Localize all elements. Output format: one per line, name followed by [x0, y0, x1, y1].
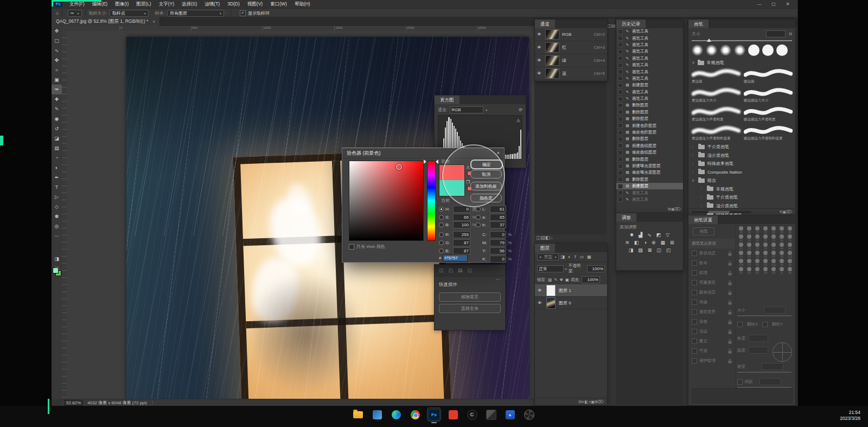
menu-item[interactable]: 选择(S) — [178, 0, 201, 8]
menu-item[interactable]: 文字(Y) — [155, 0, 178, 8]
adjustments-tab[interactable]: 调整 — [616, 213, 636, 222]
brush-folder-row[interactable]: 〉 干介质画笔 — [688, 193, 795, 202]
layers-bottom-icon[interactable]: ⌦ — [598, 399, 604, 404]
zoom-level[interactable]: 52.82% — [64, 400, 83, 406]
lock-icon[interactable] — [728, 290, 732, 295]
lock-icon[interactable]: ▨ — [548, 277, 552, 282]
history-entry[interactable]: ▤ 删除图层 — [616, 116, 683, 122]
tool-button[interactable]: ∿ — [52, 46, 62, 55]
brush-size-value[interactable] — [766, 30, 786, 37]
tool-button[interactable]: ✤ — [52, 55, 62, 65]
history-entry[interactable]: ▤ 修改曝光度图层 — [616, 169, 683, 176]
more-tools-button[interactable]: ⋯ — [52, 231, 62, 241]
roundness-value[interactable] — [749, 347, 768, 354]
expand-arrow-icon[interactable]: 〉 — [700, 186, 704, 192]
history-entry[interactable]: ✎ 画笔工具 — [616, 89, 683, 95]
history-source-well[interactable] — [618, 76, 623, 81]
history-source-well[interactable] — [618, 83, 623, 88]
dock-icon[interactable]: ◧ — [545, 235, 550, 240]
spacing-value[interactable] — [760, 378, 781, 385]
brush-folder-row[interactable]: 〉 湿介质画笔 — [688, 151, 795, 160]
tool-button[interactable]: ▢ — [52, 36, 62, 46]
history-entry[interactable]: ▤ 删除图层 — [616, 156, 683, 162]
field-input[interactable]: 79 — [490, 239, 506, 246]
adjustment-icon[interactable]: ◩ — [656, 232, 661, 238]
adjustment-icon[interactable]: ◧ — [634, 240, 639, 245]
option-checkbox[interactable] — [692, 290, 697, 295]
tool-button[interactable]: ▣ — [52, 75, 62, 85]
adjustment-icon[interactable]: ⊞ — [670, 240, 674, 245]
spacing-checkbox[interactable] — [737, 379, 743, 385]
lock-icon[interactable] — [728, 359, 732, 364]
expand-arrow-icon[interactable]: 〉 — [692, 161, 695, 167]
option-checkbox[interactable] — [692, 260, 697, 266]
brush-option-row[interactable]: 纹理 — [688, 268, 735, 278]
tip-size-slider[interactable] — [737, 315, 792, 316]
tool-button[interactable]: ⌗ — [52, 65, 62, 75]
dialog-close-icon[interactable]: × — [497, 150, 500, 156]
option-checkbox[interactable] — [692, 280, 697, 285]
brush-option-row[interactable]: 传递 — [688, 297, 735, 307]
history-source-well[interactable] — [618, 150, 623, 155]
layers-tab[interactable]: 图层 — [535, 244, 555, 252]
brush-tip[interactable]: 36 — [786, 259, 794, 266]
history-source-well[interactable] — [618, 190, 623, 195]
field-radio[interactable] — [476, 222, 481, 227]
menu-item[interactable]: 窗口(W) — [266, 0, 291, 8]
brush-tip[interactable]: 95 — [754, 259, 761, 266]
saturation-brightness-field[interactable] — [349, 161, 424, 241]
brush-tip[interactable]: 50 — [754, 234, 761, 242]
brush-option-row[interactable]: 湿边 — [688, 327, 735, 336]
history-source-well[interactable] — [618, 170, 623, 175]
lock-icon[interactable]: ✥ — [559, 277, 563, 282]
color-libraries-button[interactable]: 颜色库 — [470, 194, 502, 202]
layer-filter-icon[interactable]: ◨ — [561, 254, 565, 259]
history-entry[interactable]: ▤ 删除图层 — [616, 102, 683, 109]
field-radio[interactable] — [439, 248, 444, 253]
adjustment-icon[interactable]: ≋ — [625, 240, 629, 245]
history-entry[interactable]: ▤ 删除图层 — [616, 136, 683, 142]
taskbar-app-icon[interactable] — [409, 408, 422, 421]
channel-row[interactable]: 👁 绿 Ctrl+4 — [535, 54, 607, 67]
history-source-well[interactable] — [618, 164, 623, 169]
brush-size-slider[interactable] — [692, 40, 792, 41]
history-source-well[interactable] — [618, 157, 623, 162]
tab-close-icon[interactable]: × — [152, 19, 155, 24]
taskbar-app-icon[interactable] — [446, 408, 459, 421]
adjustment-icon[interactable]: ∿ — [647, 232, 652, 238]
expand-arrow-icon[interactable]: 〉 — [692, 144, 695, 150]
gamut-warning-icon[interactable]: ⚠ — [466, 165, 470, 170]
add-to-swatches-button[interactable]: 添加到色板 — [470, 182, 502, 190]
opacity-value[interactable]: 100% — [587, 265, 605, 272]
tool-button[interactable]: T — [52, 182, 62, 192]
dock-icon[interactable]: ◫ — [536, 235, 541, 240]
lock-icon[interactable] — [728, 310, 732, 315]
option-checkbox[interactable] — [692, 339, 697, 344]
brush-tip[interactable]: 44 — [778, 243, 786, 250]
brush-tip[interactable]: 112 — [786, 251, 794, 258]
hue-slider-arrow-right[interactable] — [436, 160, 438, 164]
brush-tip[interactable]: 36 — [770, 243, 777, 250]
home-icon[interactable]: ⌂ — [56, 11, 59, 16]
brush-preset[interactable] — [734, 44, 745, 56]
menu-item[interactable]: 滤镜(T) — [201, 0, 224, 8]
brush-stroke-preset[interactable]: 硬边圆压力不透明和流量 — [744, 124, 793, 143]
option-checkbox[interactable] — [692, 251, 697, 256]
flip-y-checkbox[interactable] — [762, 322, 768, 327]
field-input[interactable]: 66 — [453, 214, 470, 221]
brush-preset[interactable] — [720, 44, 731, 56]
angle-value[interactable] — [749, 335, 768, 342]
history-entry[interactable]: ✎ 画笔工具 — [616, 48, 683, 55]
field-input[interactable]: 0 — [490, 256, 506, 263]
histogram-channel-dropdown[interactable]: RGB — [450, 106, 483, 113]
layer-row[interactable]: 👁 图层 0 — [535, 297, 607, 309]
hardness-slider[interactable] — [737, 372, 792, 373]
brush-tip[interactable]: 25 — [770, 234, 777, 242]
history-entry[interactable]: ✎ 画笔工具 — [616, 55, 683, 62]
tool-button[interactable]: ◔ — [52, 153, 62, 163]
adjustment-icon[interactable]: ▦ — [660, 240, 665, 245]
flip-icon[interactable]: ⧉ — [789, 31, 792, 37]
layer-filter-icon[interactable]: ◐ — [568, 254, 571, 259]
history-source-well[interactable] — [618, 184, 623, 189]
tool-button[interactable]: ◐ — [52, 163, 62, 173]
